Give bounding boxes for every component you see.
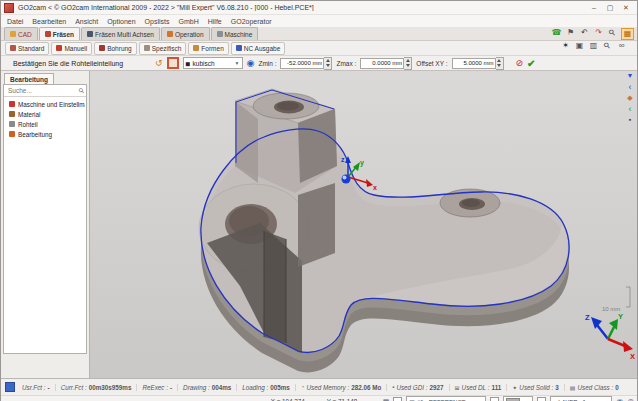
app-icon: [4, 3, 14, 13]
offset-xy-input[interactable]: [452, 58, 496, 69]
spezifisch-icon: [144, 45, 150, 51]
filter-icon[interactable]: ▼: [625, 72, 635, 80]
formen-button[interactable]: Formen: [188, 42, 228, 55]
toolbar-row: Standard Manuell Bohrung Spezifisch Form…: [1, 41, 637, 55]
axis-z-label: z: [341, 156, 345, 163]
multi-axis-icon: [87, 31, 93, 37]
stock-shape-select[interactable]: ◼ kubisch ▼: [183, 57, 243, 69]
zmax-input[interactable]: [360, 58, 404, 69]
color-checkbox[interactable]: [490, 397, 499, 401]
tree-item-bearbeitung[interactable]: Bearbeitung: [5, 129, 85, 139]
tree-item-maschine[interactable]: Maschine und Einstellmaße: [5, 99, 85, 109]
status-loading: Loading :005ms: [237, 384, 296, 391]
menu-bearbeiten[interactable]: Bearbeiten: [32, 18, 66, 25]
refresh-target-icon[interactable]: ⊕: [627, 397, 634, 401]
close-button[interactable]: ✕: [618, 4, 634, 12]
color-select[interactable]: ▼: [503, 396, 533, 401]
magnifier-icon[interactable]: ⚲: [600, 39, 615, 54]
tree-item-material[interactable]: Material: [5, 109, 85, 119]
spezifisch-button[interactable]: Spezifisch: [139, 42, 187, 55]
window-title: GO2cam < © GO2cam International 2009 - 2…: [18, 4, 586, 11]
axis-x-label: x: [373, 184, 377, 191]
formen-icon: [193, 45, 199, 51]
nc-ausgabe-button[interactable]: NC Ausgabe: [231, 42, 286, 55]
menu-hilfe[interactable]: Hilfe: [208, 18, 222, 25]
menu-bar: Datei Bearbeiten Ansicht Optionen Opslis…: [1, 15, 637, 27]
bohrung-icon: [99, 45, 105, 51]
axis-y-label: y: [360, 159, 364, 167]
redo-icon[interactable]: ↷: [593, 28, 604, 38]
status-used-class: ▤Used Class :0: [565, 384, 624, 391]
zmin-label: Zmin :: [258, 60, 276, 67]
flag-icon[interactable]: ⚑: [565, 28, 576, 38]
rotate-stock-icon[interactable]: ◉: [247, 58, 255, 68]
class-icon: ▤: [570, 384, 576, 391]
tree-item-rohteil[interactable]: Rohteil: [5, 119, 85, 129]
status-app-icon: [5, 382, 15, 392]
reference-select[interactable]: ▧ #1 : REFERENCE ▼: [406, 396, 486, 401]
manuell-icon: [56, 45, 62, 51]
dl-icon: ⊞: [455, 384, 460, 391]
tab-maschine[interactable]: Maschine: [211, 27, 259, 40]
stock-box-icon[interactable]: ▦: [621, 28, 634, 40]
offset-xy-spinner[interactable]: [496, 57, 504, 70]
menu-go2operator[interactable]: GO2operator: [231, 18, 272, 25]
viewport-side-toolbar: ▼ ‹ ◆ ‹ ▪: [625, 72, 635, 124]
tool-icon[interactable]: ✶: [560, 41, 571, 51]
title-bar: GO2cam < © GO2cam International 2009 - 2…: [1, 1, 637, 15]
sidebar-tree-panel: ⚲ Maschine und Einstellmaße Material Roh…: [3, 84, 87, 354]
zmax-spinner[interactable]: [404, 57, 412, 70]
undo-icon[interactable]: ↶: [579, 28, 590, 38]
stock-frame-icon[interactable]: [167, 57, 179, 69]
triad-y-label: Y: [618, 312, 623, 321]
zmin-spinner[interactable]: [324, 57, 332, 70]
status-drawing: Drawing :004ms: [178, 384, 237, 391]
menu-datei[interactable]: Datei: [7, 18, 23, 25]
phone-icon[interactable]: ☎: [551, 28, 562, 38]
machine-settings-icon: [9, 101, 15, 107]
bohrung-button[interactable]: Bohrung: [94, 42, 137, 55]
menu-optionen[interactable]: Optionen: [107, 18, 135, 25]
lock-icon[interactable]: ▣: [574, 41, 585, 51]
tab-fraesen[interactable]: Fräsen: [39, 27, 80, 40]
search-input[interactable]: [6, 86, 79, 95]
maximize-button[interactable]: ▢: [602, 4, 618, 12]
zmin-input[interactable]: [280, 58, 324, 69]
menu-ansicht[interactable]: Ansicht: [75, 18, 98, 25]
menu-gmbh[interactable]: GmbH: [179, 18, 199, 25]
cancel-icon[interactable]: ⊘: [516, 58, 524, 68]
operation-icon: [167, 31, 173, 37]
tab-operation[interactable]: Operation: [161, 27, 210, 40]
viewport-3d[interactable]: z y x 10 mm: [90, 71, 637, 378]
zoom-target-icon[interactable]: ◉: [616, 397, 623, 401]
model-canvas[interactable]: z y x 10 mm: [90, 71, 638, 378]
zmax-field: [360, 57, 412, 70]
reset-swirl-icon[interactable]: ↺: [155, 58, 163, 68]
grid-icon[interactable]: ▦: [383, 398, 390, 401]
layer-select[interactable]: ● LAYER : 1 ▼: [550, 396, 612, 401]
standard-button[interactable]: Standard: [5, 42, 49, 55]
stock-shape-value: kubisch: [193, 60, 215, 67]
triad-z-label: Z: [585, 313, 590, 322]
stock-icon: [9, 121, 15, 127]
link-icon[interactable]: ∞: [616, 41, 627, 51]
status-curr-fct: Curr.Fct :00m30s959ms: [56, 384, 138, 391]
model-part-hebel[interactable]: [199, 89, 569, 372]
camera-icon[interactable]: ▪: [625, 116, 635, 124]
bin-icon[interactable]: ▥: [588, 41, 599, 51]
minimize-button[interactable]: –: [586, 4, 602, 11]
menu-opslists[interactable]: Opslists: [145, 18, 170, 25]
collapse-green-icon[interactable]: ‹: [625, 105, 635, 113]
tab-cad[interactable]: CAD: [4, 27, 38, 40]
confirm-icon[interactable]: ✔: [527, 58, 535, 69]
tab-fraesen-multi-achsen[interactable]: Fräsen Multi Achsen: [81, 27, 160, 40]
measure-icon[interactable]: ◆: [625, 94, 635, 102]
solid-icon: ✦: [512, 384, 517, 391]
offset-xy-label: Offset XY :: [416, 60, 447, 67]
prompt-message: Bestätigen Sie die Rohteileinteilung: [5, 60, 151, 67]
collapse-blue-icon[interactable]: ‹: [625, 83, 635, 91]
reference-checkbox[interactable]: [393, 397, 402, 401]
manuell-button[interactable]: Manuell: [51, 42, 92, 55]
layer-checkbox[interactable]: [537, 397, 546, 401]
status-used-gdi: ▪Used GDI :2927: [387, 384, 449, 391]
